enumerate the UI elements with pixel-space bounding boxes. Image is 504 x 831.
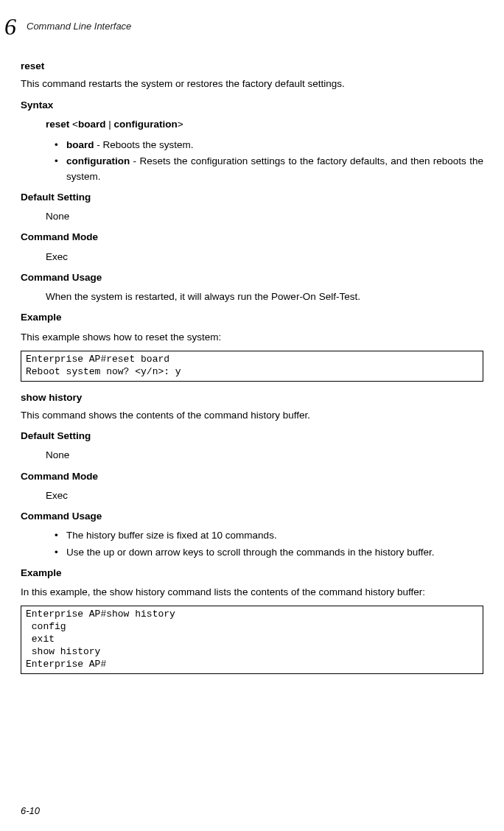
header-title: Command Line Interface: [27, 19, 131, 34]
cmd-reset-desc: This command restarts the system or rest…: [21, 77, 483, 91]
default-setting-label: Default Setting: [21, 190, 483, 205]
opt-config: configuration: [66, 155, 130, 166]
default-setting-value: None: [21, 448, 483, 463]
syntax-label: Syntax: [21, 98, 483, 113]
syntax-close: >: [178, 119, 183, 130]
page-header: 6 Command Line Interface: [0, 0, 504, 50]
example-label: Example: [21, 310, 483, 325]
syntax-sep: |: [105, 119, 113, 130]
code-block-reset: Enterprise AP#reset board Reboot system …: [21, 351, 483, 382]
chapter-number: 6: [4, 9, 16, 44]
page-content: reset This command restarts the system o…: [0, 59, 504, 674]
command-usage-text: When the system is restarted, it will al…: [21, 290, 483, 304]
syntax-cmd: reset: [46, 119, 69, 130]
command-mode-value: Exec: [21, 488, 483, 503]
default-setting-label: Default Setting: [21, 429, 483, 443]
page-number: 6-10: [21, 804, 40, 818]
list-item: board - Reboots the system.: [55, 138, 483, 152]
opt-board: board: [66, 139, 94, 150]
command-usage-label: Command Usage: [21, 509, 483, 524]
command-mode-label: Command Mode: [21, 230, 483, 245]
command-mode-value: Exec: [21, 250, 483, 264]
example-label: Example: [21, 566, 483, 581]
cmd-showhistory-desc: This command shows the contents of the c…: [21, 408, 483, 423]
example-intro: In this example, the show history comman…: [21, 585, 483, 600]
code-block-showhistory: Enterprise AP#show history config exit s…: [21, 606, 483, 673]
default-setting-value: None: [21, 209, 483, 224]
syntax-line: reset <board | configuration>: [21, 117, 483, 132]
opt-board-desc: - Reboots the system.: [94, 139, 194, 150]
cmd-showhistory-title: show history: [21, 390, 483, 405]
command-usage-label: Command Usage: [21, 270, 483, 285]
list-item: The history buffer size is fixed at 10 c…: [55, 528, 483, 543]
syntax-opt1: board: [78, 119, 106, 130]
example-intro: This example shows how to reset the syst…: [21, 330, 483, 345]
showhistory-usage-list: The history buffer size is fixed at 10 c…: [21, 528, 483, 560]
command-mode-label: Command Mode: [21, 469, 483, 484]
cmd-reset-title: reset: [21, 59, 483, 74]
reset-option-list: board - Reboots the system. configuratio…: [21, 138, 483, 184]
list-item: configuration - Resets the configuration…: [55, 154, 483, 184]
list-item: Use the up or down arrow keys to scroll …: [55, 545, 483, 560]
syntax-opt2: configuration: [113, 119, 177, 130]
syntax-open: <: [69, 119, 78, 130]
